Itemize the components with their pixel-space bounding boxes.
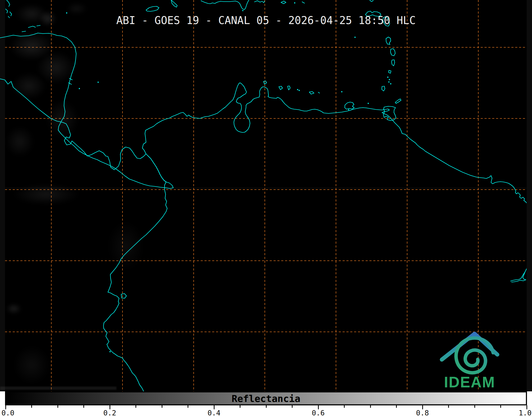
colorbar-minor-tick xyxy=(83,405,84,408)
colorbar-tick-label: 0.6 xyxy=(312,409,325,417)
colorbar-minor-tick xyxy=(188,405,188,408)
colorbar-minor-tick xyxy=(31,405,32,408)
colorbar-minor-tick xyxy=(474,405,475,408)
colorbar-label: Reflectancia xyxy=(0,393,532,404)
colorbar-tick-label: 0.0 xyxy=(2,409,15,417)
logo-text: IDEAM xyxy=(434,373,505,391)
colorbar-minor-tick xyxy=(266,405,267,408)
colorbar-minor-tick xyxy=(370,405,371,408)
satellite-map: ABI - GOES 19 - CANAL 05 - 2026-04-25 18… xyxy=(0,0,532,391)
colorbar-minor-tick xyxy=(57,405,58,408)
logo-spiral-icon xyxy=(456,338,493,373)
colorbar-tick-label: 0.8 xyxy=(416,409,429,417)
colorbar-minor-tick xyxy=(240,405,240,408)
colorbar-minor-tick xyxy=(135,405,136,408)
colorbar-tick-label: 0.2 xyxy=(103,409,116,417)
colorbar-minor-tick xyxy=(162,405,162,408)
colorbar-minor-tick xyxy=(344,405,345,408)
colorbar-minor-tick xyxy=(500,405,501,408)
small-islands xyxy=(66,2,392,352)
colorbar-minor-tick xyxy=(448,405,449,408)
image-title: ABI - GOES 19 - CANAL 05 - 2026-04-25 18… xyxy=(0,14,532,26)
goes-satellite-image: ABI - GOES 19 - CANAL 05 - 2026-04-25 18… xyxy=(0,0,532,417)
colorbar-tick-label: 1.0 xyxy=(519,409,532,417)
colorbar-tick-label: 0.4 xyxy=(208,409,221,417)
colorbar-minor-tick xyxy=(292,405,293,408)
colorbar-minor-tick xyxy=(396,405,397,408)
